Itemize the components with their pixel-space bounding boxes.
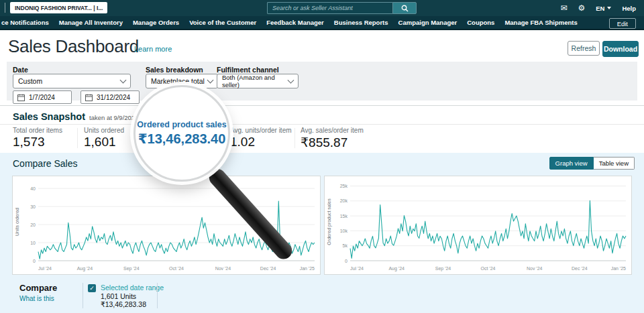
sales-snapshot-section: Sales Snapshot taken at 9/9/2025, 3:00:5… — [0, 105, 644, 152]
table-view-button[interactable]: Table view — [594, 157, 635, 170]
divider — [294, 128, 295, 148]
nav-item-business-reports[interactable]: Business Reports — [334, 19, 388, 26]
sales-breakdown-value: Marketplace total — [151, 77, 205, 85]
header-divider — [5, 3, 5, 13]
units-ordered-chart-svg: 010203040Jul '24Aug '24Sep '24Oct '24Nov… — [13, 176, 320, 274]
magnifier-lens: Ordered product sales ₹13,46,283.40 — [133, 85, 230, 182]
metric-label: Total order items — [13, 127, 62, 134]
search-button[interactable] — [392, 2, 417, 14]
svg-text:5k: 5k — [343, 243, 348, 248]
metric-total-order-items: Total order items 1,573 — [13, 127, 62, 149]
fulfilment-channel-label: Fulfilment channel — [217, 66, 279, 74]
metric-value: 1,601 — [84, 135, 124, 149]
legend-units-value: 1,601 Units — [101, 292, 136, 300]
svg-text:10: 10 — [30, 241, 36, 245]
svg-text:Sep '24: Sep '24 — [123, 266, 140, 271]
graph-view-button[interactable]: Graph view — [549, 157, 594, 170]
divider — [77, 128, 78, 148]
metric-label: Avg. sales/order item — [301, 127, 364, 134]
nav-item-manage-orders[interactable]: Manage Orders — [133, 19, 179, 26]
svg-text:Dec '24: Dec '24 — [260, 266, 276, 271]
svg-text:30: 30 — [30, 204, 36, 209]
nav-item-voice-of-customer[interactable]: Voice of the Customer — [189, 19, 256, 26]
svg-text:0: 0 — [345, 259, 347, 263]
nav-item-notifications[interactable]: ce Notifications — [1, 19, 49, 26]
svg-text:25k: 25k — [340, 184, 348, 188]
nav-item-feedback-manager[interactable]: Feedback Manager — [266, 19, 324, 26]
metric-avg-units-order-item: Avg. units/order item 1.02 — [230, 127, 292, 149]
language-label: EN — [596, 5, 604, 12]
messages-icon[interactable]: ✉ — [560, 4, 567, 12]
divider — [0, 124, 644, 125]
date-to-input[interactable]: 31/12/2024 — [80, 90, 140, 104]
chevron-down-icon — [207, 77, 214, 84]
svg-text:0: 0 — [33, 259, 36, 263]
date-filter-label: Date — [13, 66, 28, 74]
what-is-this-link[interactable]: What is this — [19, 295, 54, 302]
ordered-product-sales-chart-svg: 05k10k15k20k25kJul '24Aug '24Sep '24Oct … — [325, 176, 631, 274]
legend-label: Selected date range — [101, 284, 164, 292]
ordered-product-sales-chart[interactable]: 05k10k15k20k25kJul '24Aug '24Sep '24Oct … — [324, 176, 632, 275]
calendar-icon — [85, 94, 93, 101]
svg-text:Aug '24: Aug '24 — [388, 266, 405, 271]
svg-text:Oct '24: Oct '24 — [481, 266, 496, 271]
date-from-input[interactable]: 1/7/2024 — [13, 90, 72, 104]
svg-text:Oct '24: Oct '24 — [169, 266, 184, 271]
search-icon — [401, 5, 409, 12]
svg-text:Sep '24: Sep '24 — [435, 266, 451, 271]
search-input[interactable]: Search or ask Seller Assistant — [267, 2, 392, 14]
metric-value: 1,573 — [13, 135, 62, 149]
svg-text:Jul '24: Jul '24 — [38, 266, 52, 271]
svg-text:Ordered product sales: Ordered product sales — [327, 198, 332, 245]
chevron-down-icon — [120, 77, 127, 84]
date-range-value: Custom — [18, 77, 42, 85]
view-toggle: Graph view Table view — [549, 157, 635, 170]
compare-sales-section: Compare Sales Graph view Table view 0102… — [0, 153, 644, 313]
selected-date-range-checkbox[interactable]: ✓ — [88, 284, 96, 292]
account-switcher-button[interactable]: INDONIQ FASHION PRIVAT... | I... — [10, 2, 107, 13]
filter-panel: Date Custom 1/7/2024 31/12/2024 Sales br… — [7, 62, 637, 101]
compare-sales-title: Compare Sales — [13, 158, 78, 169]
download-button[interactable]: Download — [602, 41, 639, 57]
date-from-value: 1/7/2024 — [29, 94, 55, 101]
units-ordered-chart[interactable]: 010203040Jul '24Aug '24Sep '24Oct '24Nov… — [12, 176, 321, 275]
fulfilment-channel-value: Both (Amazon and seller) — [222, 74, 288, 88]
date-to-value: 31/12/2024 — [97, 94, 130, 101]
chevron-down-icon — [607, 7, 611, 9]
svg-text:Jul '24: Jul '24 — [350, 266, 364, 271]
help-link[interactable]: Help — [622, 5, 636, 12]
calendar-icon — [17, 94, 25, 101]
svg-text:20k: 20k — [340, 198, 348, 203]
settings-gear-icon[interactable]: ⚙ — [578, 4, 585, 12]
nav-item-manage-fba-shipments[interactable]: Manage FBA Shipments — [504, 19, 577, 26]
language-selector[interactable]: EN — [596, 5, 611, 12]
legend-sales-value: ₹13,46,283.38 — [101, 300, 146, 308]
nav-item-manage-all-inventory[interactable]: Manage All Inventory — [59, 19, 123, 26]
metric-value: ₹855.87 — [301, 135, 364, 150]
page-title: Sales Dashboard — [8, 36, 139, 57]
svg-text:15k: 15k — [340, 214, 348, 218]
svg-text:Nov '24: Nov '24 — [215, 266, 231, 271]
sales-snapshot-title: Sales Snapshot — [13, 111, 85, 122]
seller-search: Search or ask Seller Assistant — [267, 2, 417, 14]
compare-title: Compare — [19, 283, 57, 293]
date-range-select[interactable]: Custom — [13, 74, 131, 88]
edit-nav-button[interactable]: Edit — [609, 18, 636, 29]
top-header-bar: INDONIQ FASHION PRIVAT... | I... Search … — [0, 0, 644, 16]
svg-text:Jan '25: Jan '25 — [300, 266, 315, 271]
nav-item-campaign-manager[interactable]: Campaign Manager — [398, 19, 458, 26]
metric-units-ordered: Units ordered 1,601 — [84, 127, 124, 149]
svg-text:Jan '25: Jan '25 — [611, 266, 626, 271]
secondary-nav-bar: ce Notifications Manage All Inventory Ma… — [0, 16, 644, 30]
svg-text:Units ordered: Units ordered — [15, 208, 19, 236]
divider — [83, 283, 83, 308]
metric-value: 1.02 — [230, 135, 292, 149]
fulfilment-channel-select[interactable]: Both (Amazon and seller) — [217, 74, 299, 88]
learn-more-link[interactable]: Learn more — [134, 45, 172, 53]
svg-text:Dec '24: Dec '24 — [572, 266, 588, 271]
svg-text:10k: 10k — [340, 229, 348, 233]
nav-item-coupons[interactable]: Coupons — [467, 19, 494, 26]
svg-text:40: 40 — [30, 186, 36, 191]
metric-label: Units ordered — [84, 127, 124, 134]
refresh-button[interactable]: Refresh — [568, 41, 600, 56]
